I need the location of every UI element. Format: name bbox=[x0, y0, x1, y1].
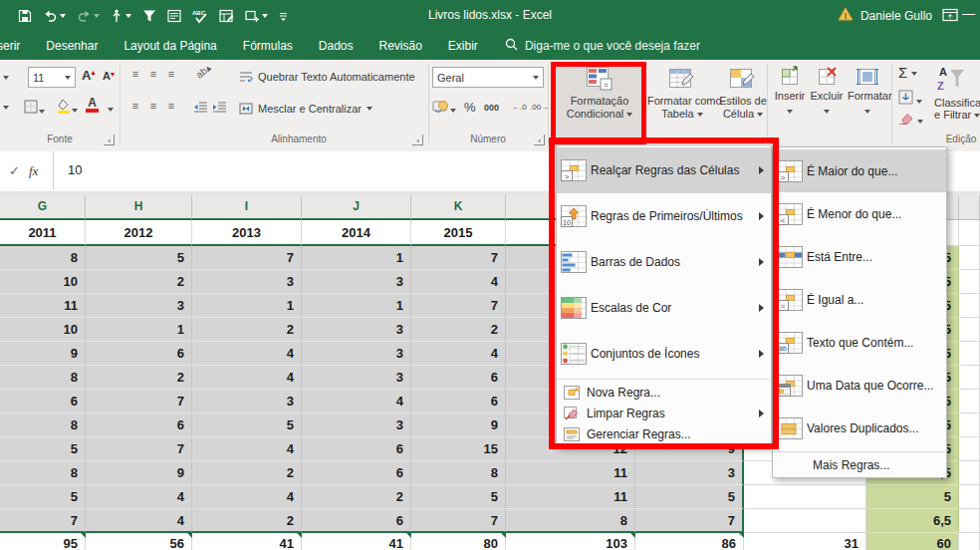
cell-total[interactable]: 86 bbox=[635, 533, 744, 550]
cell[interactable]: 4 bbox=[411, 270, 506, 294]
formula-bar-value[interactable]: 10 bbox=[68, 162, 82, 177]
cell[interactable]: 1 bbox=[302, 294, 411, 318]
cell[interactable]: 4 bbox=[86, 509, 192, 533]
align-center-icon[interactable]: ≡ bbox=[144, 100, 162, 112]
cell-year[interactable] bbox=[959, 220, 980, 246]
merge-center-button[interactable]: Mesclar e Centralizar bbox=[239, 103, 372, 115]
increase-decimal-icon[interactable]: ←.0 bbox=[512, 103, 527, 112]
cell[interactable]: 8 bbox=[0, 366, 86, 390]
decrease-font-icon[interactable]: A▾ bbox=[103, 70, 115, 82]
cell[interactable] bbox=[744, 485, 866, 509]
cell[interactable]: 10 bbox=[0, 270, 86, 294]
cell[interactable]: 4 bbox=[192, 437, 302, 461]
alinhamento-dialog-launcher-icon[interactable] bbox=[412, 135, 423, 145]
cell-total[interactable]: 80 bbox=[411, 533, 506, 550]
warning-icon[interactable]: ! bbox=[838, 7, 854, 24]
align-bottom-icon[interactable]: ≡ bbox=[162, 68, 180, 80]
align-top-icon[interactable]: ≡ bbox=[126, 68, 144, 80]
tell-me-search[interactable]: Diga-me o que você deseja fazer bbox=[505, 38, 700, 54]
tab-exibir[interactable]: Exibir bbox=[435, 32, 491, 60]
align-left-icon[interactable]: ≡ bbox=[126, 100, 144, 112]
cell[interactable] bbox=[959, 294, 980, 318]
cell[interactable]: 3 bbox=[302, 318, 411, 342]
cell[interactable]: 8 bbox=[0, 246, 86, 270]
column-header-K[interactable]: K bbox=[411, 195, 506, 220]
cell[interactable] bbox=[959, 485, 980, 509]
cell-year[interactable]: 2015 bbox=[411, 220, 506, 246]
align-right-icon[interactable]: ≡ bbox=[162, 100, 180, 112]
cell[interactable]: 3 bbox=[302, 342, 411, 366]
column-header-blank[interactable] bbox=[959, 195, 980, 220]
cell-year[interactable]: 2011 bbox=[0, 220, 86, 246]
menu-item-nova-regra[interactable]: Nova Regra... bbox=[557, 382, 771, 403]
cell-total[interactable]: 56 bbox=[86, 533, 192, 550]
cell[interactable] bbox=[959, 270, 980, 294]
submenu-item-e-menor-do-que[interactable]: < É Menor do que... bbox=[773, 192, 946, 235]
submenu-item-uma-data-que-ocorre[interactable]: Uma Data que Ocorre... bbox=[773, 364, 946, 407]
cell-total[interactable]: 41 bbox=[192, 533, 302, 550]
cell[interactable]: 8 bbox=[0, 413, 86, 437]
cell-total[interactable]: 95 bbox=[0, 533, 86, 550]
cell[interactable] bbox=[959, 342, 980, 366]
cell[interactable]: 7 bbox=[411, 294, 506, 318]
cell[interactable]: 4 bbox=[86, 485, 192, 509]
cell[interactable]: 10 bbox=[0, 318, 86, 342]
tab-desenhar[interactable]: Desenhar bbox=[33, 32, 111, 60]
cell[interactable]: 2 bbox=[302, 485, 411, 509]
cell[interactable]: 7 bbox=[0, 509, 86, 533]
cell[interactable]: 2 bbox=[192, 461, 302, 485]
cell[interactable]: 4 bbox=[192, 366, 302, 390]
insert-function-icon[interactable]: fx bbox=[29, 163, 38, 179]
cell[interactable]: 9 bbox=[411, 413, 506, 437]
cell[interactable]: 3 bbox=[192, 270, 302, 294]
menu-item-barras-de-dados[interactable]: Barras de Dados bbox=[557, 239, 771, 285]
cell[interactable]: 6 bbox=[86, 413, 192, 437]
cell[interactable]: 4 bbox=[302, 390, 411, 413]
cell[interactable]: 5 bbox=[0, 485, 86, 509]
column-header-I[interactable]: I bbox=[192, 195, 302, 220]
cell[interactable]: 5 bbox=[0, 437, 86, 461]
cell[interactable]: 6 bbox=[302, 461, 411, 485]
cell[interactable] bbox=[959, 246, 980, 270]
numero-dialog-launcher-icon[interactable] bbox=[534, 135, 545, 145]
cell[interactable] bbox=[959, 413, 980, 437]
menu-item-gerenciar-regras[interactable]: Gerenciar Regras... bbox=[557, 423, 771, 444]
cell[interactable]: 7 bbox=[192, 246, 302, 270]
format-cells-button[interactable]: Formatar bbox=[848, 66, 887, 117]
cell-year[interactable]: 2013 bbox=[192, 220, 302, 246]
cell[interactable]: 1 bbox=[86, 318, 192, 342]
cell[interactable]: 11 bbox=[0, 294, 86, 318]
cell[interactable]: 11 bbox=[506, 461, 635, 485]
align-middle-icon[interactable]: ≡ bbox=[144, 68, 162, 80]
cell[interactable]: 15 bbox=[411, 437, 506, 461]
submenu-item-e-maior-do-que[interactable]: > É Maior do que... bbox=[773, 149, 946, 192]
underline-caret-icon[interactable] bbox=[3, 106, 9, 110]
cell-total[interactable]: 31 bbox=[744, 533, 866, 550]
menu-item-escalas-de-cor[interactable]: Escalas de Cor bbox=[557, 285, 771, 331]
decrease-indent-icon[interactable] bbox=[193, 102, 208, 116]
column-header-G[interactable]: G bbox=[0, 195, 86, 220]
column-header-H[interactable]: H bbox=[86, 195, 192, 220]
cell-total[interactable]: 103 bbox=[506, 533, 635, 550]
cell[interactable]: 7 bbox=[411, 246, 506, 270]
cell[interactable] bbox=[959, 390, 980, 413]
cell[interactable]: 4 bbox=[192, 485, 302, 509]
cell[interactable] bbox=[959, 509, 980, 533]
autosum-icon[interactable]: Σ bbox=[898, 64, 917, 81]
tab-revisao[interactable]: Revisão bbox=[367, 32, 435, 60]
cell[interactable]: 6 bbox=[411, 366, 506, 390]
cell[interactable]: 11 bbox=[506, 485, 635, 509]
cell-year[interactable]: 2012 bbox=[86, 220, 192, 246]
cell[interactable] bbox=[959, 437, 980, 461]
cell[interactable]: 3 bbox=[635, 461, 744, 485]
cell[interactable]: 6 bbox=[411, 390, 506, 413]
increase-indent-icon[interactable] bbox=[212, 102, 227, 116]
font-name-caret-icon[interactable] bbox=[3, 76, 9, 80]
cell[interactable]: 6 bbox=[302, 437, 411, 461]
borders-icon[interactable] bbox=[24, 100, 45, 117]
clear-icon[interactable] bbox=[898, 112, 923, 127]
cell[interactable]: 9 bbox=[0, 342, 86, 366]
submenu-item-valores-duplicados[interactable]: Valores Duplicados... bbox=[773, 407, 946, 449]
menu-item-regras-de-primeiros-ultimos[interactable]: 10 Regras de Primeiros/Últimos bbox=[557, 193, 771, 239]
wrap-text-button[interactable]: Quebrar Texto Automaticamente bbox=[239, 71, 415, 83]
